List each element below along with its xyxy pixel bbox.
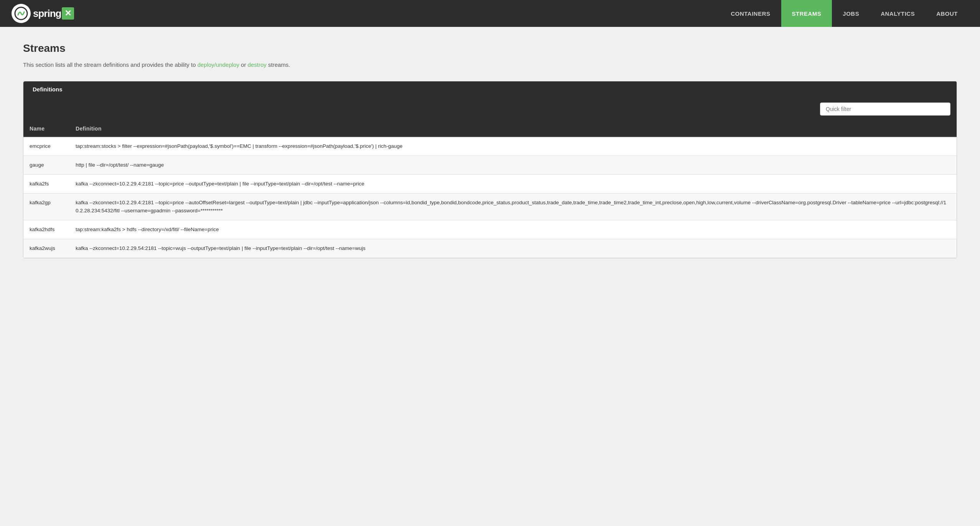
nav-item-containers[interactable]: CONTAINERS <box>720 0 781 27</box>
main-content: Streams This section lists all the strea… <box>0 27 980 274</box>
table-row: kafka2gpkafka --zkconnect=10.2.29.4:2181… <box>23 194 957 220</box>
tab-container: Definitions Name Definition emcpricetap:… <box>23 81 957 259</box>
page-description: This section lists all the stream defini… <box>23 61 957 69</box>
tab-fill <box>72 81 957 97</box>
table-row: gaugehttp | file --dir=/opt/test/ --name… <box>23 155 957 174</box>
table-row: kafka2hdfstap:stream:kafka2fs > hdfs --d… <box>23 220 957 239</box>
page-title: Streams <box>23 42 957 55</box>
cell-stream-definition: tap:stream:stocks > filter --expression=… <box>69 137 957 156</box>
description-middle: or <box>239 61 248 68</box>
description-prefix: This section lists all the stream defini… <box>23 61 197 68</box>
nav-item-about[interactable]: ABOUT <box>926 0 968 27</box>
cell-stream-name: kafka2gp <box>23 194 69 220</box>
streams-table: Name Definition emcpricetap:stream:stock… <box>23 121 957 258</box>
main-nav: CONTAINERS STREAMS JOBS ANALYTICS ABOUT <box>720 0 968 27</box>
logo-icon <box>12 4 31 23</box>
cell-stream-definition: kafka --zkconnect=10.2.29.4:2181 --topic… <box>69 175 957 194</box>
logo-area: spring ✕ <box>12 4 74 23</box>
cell-stream-name: gauge <box>23 155 69 174</box>
header: spring ✕ CONTAINERS STREAMS JOBS ANALYTI… <box>0 0 980 27</box>
table-header-row: Name Definition <box>23 121 957 137</box>
nav-item-jobs[interactable]: JOBS <box>832 0 870 27</box>
cell-stream-definition: http | file --dir=/opt/test/ --name=gaug… <box>69 155 957 174</box>
cell-stream-name: kafka2fs <box>23 175 69 194</box>
logo-text: spring <box>33 8 61 20</box>
tab-definitions[interactable]: Definitions <box>23 81 72 97</box>
cell-stream-name: kafka2hdfs <box>23 220 69 239</box>
deploy-undeploy-link[interactable]: deploy/undeploy <box>197 61 239 68</box>
cell-stream-definition: kafka --zkconnect=10.2.29.54:2181 --topi… <box>69 239 957 258</box>
cell-stream-name: kafka2wujs <box>23 239 69 258</box>
column-definition: Definition <box>69 121 957 137</box>
cell-stream-definition: tap:stream:kafka2fs > hdfs --directory=/… <box>69 220 957 239</box>
nav-item-streams[interactable]: STREAMS <box>781 0 832 27</box>
table-row: kafka2wujskafka --zkconnect=10.2.29.54:2… <box>23 239 957 258</box>
logo-x-badge: ✕ <box>62 7 74 20</box>
nav-item-analytics[interactable]: ANALYTICS <box>870 0 926 27</box>
destroy-link[interactable]: destroy <box>247 61 266 68</box>
description-suffix: streams. <box>267 61 290 68</box>
table-row: kafka2fskafka --zkconnect=10.2.29.4:2181… <box>23 175 957 194</box>
quick-filter-input[interactable] <box>820 103 950 116</box>
column-name: Name <box>23 121 69 137</box>
tab-header: Definitions <box>23 81 957 97</box>
cell-stream-name: emcprice <box>23 137 69 156</box>
table-body: emcpricetap:stream:stocks > filter --exp… <box>23 137 957 258</box>
table-row: emcpricetap:stream:stocks > filter --exp… <box>23 137 957 156</box>
table-header: Name Definition <box>23 121 957 137</box>
cell-stream-definition: kafka --zkconnect=10.2.29.4:2181 --topic… <box>69 194 957 220</box>
table-toolbar <box>23 97 957 121</box>
